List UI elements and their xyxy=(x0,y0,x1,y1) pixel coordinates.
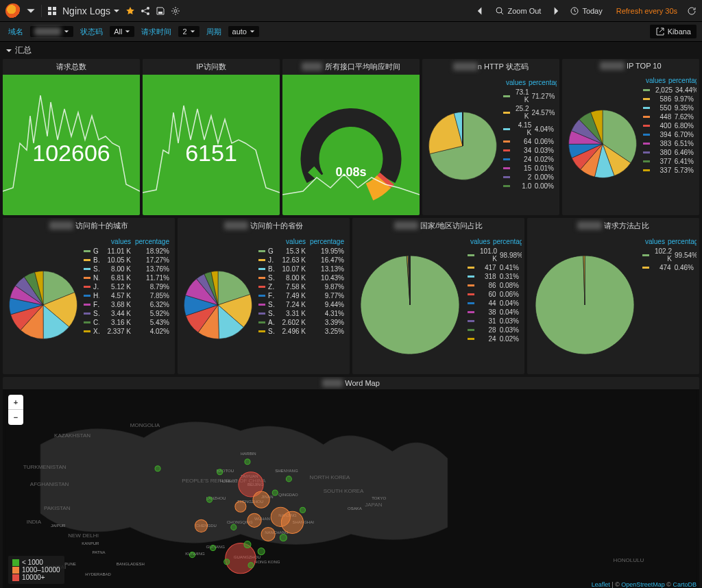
star-icon[interactable] xyxy=(125,6,135,16)
legend-row[interactable]: Beijing10.05 K17.27% xyxy=(81,256,172,265)
legend-row[interactable]: Guangdong15.3 K19.95% xyxy=(256,247,347,256)
legend-row[interactable]: Shanghai8.00 K10.43% xyxy=(256,273,347,282)
pie-chart xyxy=(425,108,500,184)
panel-world-map[interactable]: xxxx Word Map + − KAZAKHSTAN MONGOLIA TU… xyxy=(3,377,699,588)
panel-avg-response[interactable]: xxxx 所有接口平均响应时间 0.08s xyxy=(282,59,420,215)
panel-ip-top10[interactable]: xxxxx IP TOP 10 valuespercentage121.234.… xyxy=(562,59,699,215)
leaflet-link[interactable]: Leaflet xyxy=(592,581,610,588)
dashboards-icon[interactable] xyxy=(47,6,57,16)
legend-row[interactable]: Australia240.02% xyxy=(465,334,522,343)
legend-row[interactable]: 112.111.229.343946.70% xyxy=(640,130,697,139)
legend-row[interactable]: Shaanxi2.496 K3.25% xyxy=(256,327,347,336)
svg-rect-3 xyxy=(53,12,56,15)
chevron-right-icon[interactable] xyxy=(550,6,560,16)
legend-row[interactable]: 121.234.77.832,02534.44% xyxy=(640,86,697,95)
pie-chart xyxy=(565,106,640,182)
time-range-button[interactable]: Today xyxy=(566,6,606,16)
legend-row[interactable]: 40520.00% xyxy=(500,173,557,182)
map-body[interactable]: + − KAZAKHSTAN MONGOLIA TURKMENISTAN AFG… xyxy=(3,389,699,588)
share-icon[interactable] xyxy=(141,6,150,16)
chevron-down-icon[interactable] xyxy=(26,6,36,16)
row-header[interactable]: 汇总 xyxy=(0,42,702,59)
legend-row[interactable]: 36.7.135.1605869.97% xyxy=(640,95,697,103)
var-value-reqtime[interactable]: 2 xyxy=(178,26,199,37)
legend-row[interactable]: 30425.2 K24.57% xyxy=(500,104,557,121)
kibana-link[interactable]: Kibana xyxy=(650,25,697,38)
legend-row[interactable]: Japan440.04% xyxy=(465,299,522,308)
legend-row[interactable]: 119.145.164.905509.35% xyxy=(640,103,697,112)
legend-row[interactable]: Hong Kong4170.41% xyxy=(465,263,522,272)
legend-row[interactable]: China101.0 K98.98% xyxy=(465,247,522,263)
osm-link[interactable]: OpenStreetMap xyxy=(621,581,665,588)
panel-total-requests[interactable]: 请求总数 102606 xyxy=(3,59,140,215)
gear-icon[interactable] xyxy=(171,6,180,16)
var-value-period[interactable]: auto xyxy=(228,26,259,37)
svg-point-64 xyxy=(224,559,230,565)
legend-row[interactable]: Jinan5.12 K8.79% xyxy=(81,282,172,291)
grafana-logo-icon[interactable] xyxy=(5,3,21,19)
svg-point-68 xyxy=(245,459,250,465)
legend-row[interactable]: Beijing10.07 K13.13% xyxy=(256,265,347,273)
legend-row[interactable]: 4291.00.00% xyxy=(500,182,557,191)
legend-row[interactable]: Shandong7.24 K9.44% xyxy=(256,300,347,309)
legend-row[interactable]: 42.235.128.2074487.62% xyxy=(640,112,697,121)
svg-text:OSAKA: OSAKA xyxy=(348,506,363,511)
panel-province-top10[interactable]: xxxxx 访问前十的省份 valuespercentageGuangdong1… xyxy=(178,218,350,374)
svg-point-5 xyxy=(141,10,144,12)
panel-ip-count[interactable]: IP访问数 6151 xyxy=(143,59,280,215)
legend-row[interactable]: Xi'an2.337 K4.02% xyxy=(81,327,172,336)
legend-row[interactable]: Singapore380.04% xyxy=(465,308,522,317)
zoom-in-button[interactable]: + xyxy=(8,395,23,410)
legend-row[interactable]: United Kingdom310.03% xyxy=(465,317,522,326)
legend-row[interactable]: Nanjing6.81 K11.71% xyxy=(81,273,172,282)
legend-row[interactable]: Anhui2.602 K3.39% xyxy=(256,318,347,327)
legend-row[interactable]: 222.247.167.2483806.46% xyxy=(640,148,697,157)
legend-row[interactable]: POST4740.46% xyxy=(640,263,697,272)
svg-text:BANGLADESH: BANGLADESH xyxy=(117,562,145,566)
panel-country[interactable]: xxxxx 国家/地区访问占比 valuespercentageChina101… xyxy=(352,218,524,374)
legend-row[interactable]: 4044.15 K4.04% xyxy=(500,121,557,137)
legend-row[interactable]: 499150.01% xyxy=(500,164,557,173)
legend-row[interactable]: Hangzhou4.57 K7.85% xyxy=(81,291,172,300)
legend-row[interactable]: Sichuan3.31 K4.31% xyxy=(256,309,347,318)
legend-row[interactable]: Taiwan860.08% xyxy=(465,281,522,290)
legend-row[interactable]: 302340.03% xyxy=(500,146,557,155)
legend-row[interactable]: 403640.06% xyxy=(500,137,557,146)
save-icon[interactable] xyxy=(156,6,165,16)
refresh-icon[interactable] xyxy=(687,6,697,16)
zoom-out-button[interactable]: − xyxy=(8,410,23,425)
legend: valuespercentageGuangzhou11.01 K18.92%Be… xyxy=(81,236,172,373)
zoom-out-icon xyxy=(495,6,505,16)
panel-city-top10[interactable]: xxxxx 访问前十的城市 valuespercentageGuangzhou1… xyxy=(3,218,175,374)
var-value-domain[interactable]: ████ xyxy=(30,26,73,37)
legend-row[interactable]: 171.15.60.364006.80% xyxy=(640,121,697,130)
panel-http-status[interactable]: xxxxxn HTTP 状态码 valuespercentage20073.1 … xyxy=(422,59,559,215)
carto-link[interactable]: CartoDB xyxy=(673,581,697,588)
legend-row[interactable]: Guangzhou11.01 K18.92% xyxy=(81,247,172,256)
legend-row[interactable]: Fujian7.49 K9.77% xyxy=(256,291,347,300)
legend-row[interactable]: United States600.06% xyxy=(465,290,522,299)
legend-row[interactable]: Jiangsu12.63 K16.47% xyxy=(256,256,347,265)
legend-row[interactable]: Zhejiang7.58 K9.87% xyxy=(256,282,347,291)
legend-row[interactable]: 500240.02% xyxy=(500,155,557,164)
legend-row[interactable]: 20073.1 K71.27% xyxy=(500,88,557,104)
legend-row[interactable]: Russia280.03% xyxy=(465,326,522,334)
refresh-interval-button[interactable]: Refresh every 30s xyxy=(612,7,681,15)
panel-method[interactable]: xxxxx 请求方法占比 valuespercentageGET102.2 K9… xyxy=(527,218,699,374)
var-value-status[interactable]: All xyxy=(110,26,134,37)
legend-row[interactable]: Shanghai8.00 K13.76% xyxy=(81,265,172,273)
legend-row[interactable]: Macao3180.31% xyxy=(465,272,522,281)
legend-row[interactable]: 61.140.123.1703836.51% xyxy=(640,139,697,148)
legend-row[interactable]: Suzhou3.44 K5.92% xyxy=(81,309,172,318)
chevron-left-icon[interactable] xyxy=(476,6,485,16)
zoom-out-button[interactable]: Zoom Out xyxy=(491,6,545,16)
legend-row[interactable]: Fuzhou3.68 K6.32% xyxy=(81,300,172,309)
svg-text:SOUTH KOREA: SOUTH KOREA xyxy=(324,488,364,494)
legend-row[interactable]: Chengdu3.16 K5.43% xyxy=(81,318,172,327)
chevron-down-icon xyxy=(250,29,255,34)
dashboard-title[interactable]: Nginx Logs xyxy=(62,5,120,16)
svg-point-59 xyxy=(247,513,261,527)
legend-row[interactable]: 120.83.139.1473375.73% xyxy=(640,166,697,175)
legend-row[interactable]: GET102.2 K99.54% xyxy=(640,247,697,263)
legend-row[interactable]: 223.104.3.2313776.41% xyxy=(640,157,697,166)
